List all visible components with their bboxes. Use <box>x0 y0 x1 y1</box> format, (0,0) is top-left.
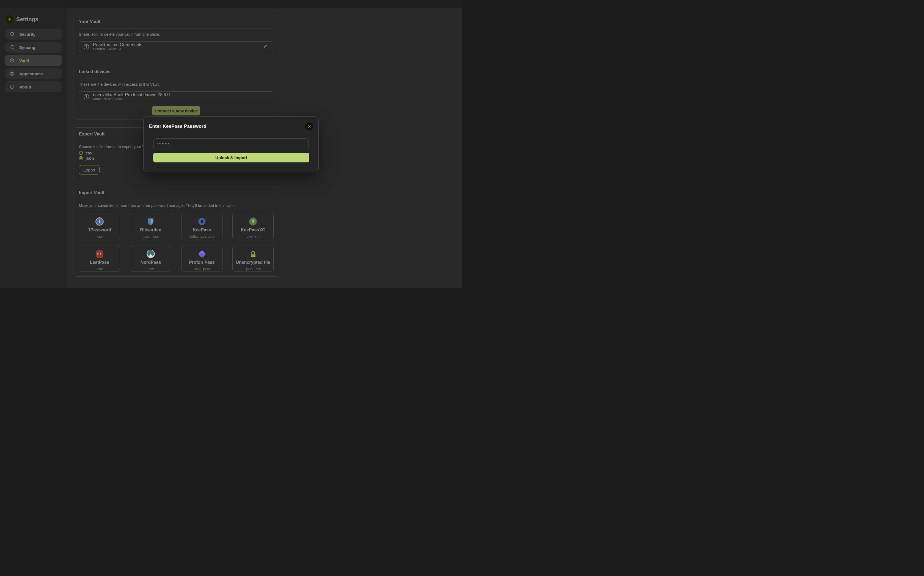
device-added-date: Added on 02/03/2026 <box>93 98 268 101</box>
edit-vault-button[interactable] <box>263 44 268 50</box>
sidebar-item-about[interactable]: About <box>5 82 62 92</box>
import-source-name: 1Password <box>88 228 111 232</box>
section-description: Share, edit, or delete your vault from o… <box>79 32 273 36</box>
key-icon <box>10 58 14 63</box>
import-source-formats: .csv <box>148 267 154 271</box>
palette-icon <box>10 71 14 76</box>
sidebar-header: Settings <box>0 15 67 23</box>
vault-name: PearRuntime Credentials <box>93 43 259 47</box>
dialog-title: Enter KeePass Password <box>149 124 207 129</box>
import-source-name: Unencrypted file <box>236 260 270 265</box>
import-source-formats: .csv, .xml <box>245 235 260 238</box>
import-source-formats: .csv, .json <box>194 267 210 271</box>
divider <box>79 200 273 200</box>
back-button[interactable] <box>6 15 14 23</box>
import-tile-keepass[interactable]: KeePass .kdbx, .csv, .xml <box>181 213 223 239</box>
import-source-name: KeePassXC <box>241 228 265 232</box>
app-window: Settings Security Syncing Vault Appeara <box>0 0 462 288</box>
import-source-name: Proton Pass <box>189 260 215 265</box>
section-description: These are the devices with access to thi… <box>79 82 273 86</box>
import-source-name: NordPass <box>141 260 161 265</box>
onepassword-icon <box>95 218 104 226</box>
import-source-name: Bitwarden <box>140 228 161 232</box>
linked-devices-card: Linked devices These are the devices wit… <box>73 65 279 120</box>
keepassxc-icon <box>249 218 257 226</box>
your-vault-card: Your Vault Share, edit, or delete your v… <box>73 15 279 57</box>
bitwarden-icon <box>147 218 155 226</box>
sidebar-item-label: Security <box>19 32 35 37</box>
device-name: users-MacBook-Pro.local darwin 23.6.0 <box>93 93 268 97</box>
sidebar-nav: Security Syncing Vault Appearance About <box>5 29 62 92</box>
protonpass-icon <box>198 250 206 258</box>
pencil-edit-icon <box>263 44 268 49</box>
section-description: Move your saved items here from another … <box>79 204 273 208</box>
section-title: Your Vault <box>79 19 273 24</box>
sidebar-item-appearance[interactable]: Appearance <box>5 68 62 79</box>
text-cursor <box>170 142 170 146</box>
arrow-left-icon <box>8 17 12 21</box>
import-tile-unencrypted-file[interactable]: Unencrypted file .json, .csv <box>233 245 274 272</box>
vault-created-date: Created 02/03/2026 <box>93 48 259 51</box>
import-source-formats: .kdbx, .csv, .xml <box>189 235 215 238</box>
import-source-formats: .json, .csv <box>143 235 159 238</box>
radio-label: csv <box>85 150 92 155</box>
sidebar-item-label: Appearance <box>19 72 43 76</box>
import-tile-keepassxc[interactable]: KeePassXC .csv, .xml <box>233 213 274 239</box>
shield-icon <box>10 32 14 37</box>
import-tile-protonpass[interactable]: Proton Pass .csv, .json <box>181 245 223 272</box>
import-sources-grid: 1Password .csv Bitwarden .json, .csv <box>79 213 273 272</box>
vault-item[interactable]: PearRuntime Credentials Created 02/03/20… <box>79 41 273 52</box>
section-title: Import Vault <box>79 191 273 195</box>
keepass-password-dialog: Enter KeePass Password •••••••• Unlock &… <box>143 116 319 172</box>
lastpass-icon <box>96 250 103 258</box>
unencrypted-lock-icon <box>251 251 255 257</box>
import-source-name: LastPass <box>90 260 109 265</box>
connect-new-device-button[interactable]: Connect a new device <box>152 106 200 115</box>
import-tile-nordpass[interactable]: NordPass .csv <box>130 245 171 272</box>
sidebar-item-label: About <box>19 85 31 89</box>
keepass-icon <box>198 218 206 226</box>
unlock-and-import-button[interactable]: Unlock & Import <box>153 153 310 162</box>
radio-button[interactable] <box>79 151 83 155</box>
divider <box>79 78 273 79</box>
password-masked-value: •••••••• <box>157 142 169 146</box>
sync-icon <box>10 45 14 50</box>
radio-button-selected[interactable] <box>79 156 83 160</box>
close-icon <box>308 125 311 128</box>
divider <box>79 29 273 29</box>
import-tile-bitwarden[interactable]: Bitwarden .json, .csv <box>130 213 171 239</box>
sidebar-item-security[interactable]: Security <box>5 29 62 40</box>
sidebar-item-label: Syncing <box>19 45 35 50</box>
key-icon <box>83 93 90 100</box>
import-vault-card: Import Vault Move your saved items here … <box>73 186 279 277</box>
info-icon <box>10 84 14 89</box>
import-source-name: KeePass <box>193 228 211 232</box>
settings-sidebar: Settings Security Syncing Vault Appeara <box>0 8 67 288</box>
password-input[interactable]: •••••••• <box>153 139 309 149</box>
close-dialog-button[interactable] <box>305 123 313 130</box>
import-source-formats: .json, .csv <box>245 267 261 271</box>
sidebar-item-vault[interactable]: Vault <box>5 55 62 66</box>
import-source-formats: .csv <box>96 267 103 271</box>
export-button[interactable]: Export <box>79 165 99 174</box>
section-title: Linked devices <box>79 70 273 74</box>
import-tile-1password[interactable]: 1Password .csv <box>79 213 120 239</box>
page-title: Settings <box>16 16 38 22</box>
window-titlebar <box>0 0 462 8</box>
sidebar-item-label: Vault <box>19 58 29 63</box>
key-icon <box>83 43 90 50</box>
sidebar-item-syncing[interactable]: Syncing <box>5 42 62 53</box>
import-tile-lastpass[interactable]: LastPass .csv <box>79 245 120 272</box>
radio-label: json <box>85 156 94 160</box>
import-source-formats: .csv <box>96 235 103 238</box>
device-item: users-MacBook-Pro.local darwin 23.6.0 Ad… <box>79 91 273 102</box>
nordpass-icon <box>147 250 155 258</box>
